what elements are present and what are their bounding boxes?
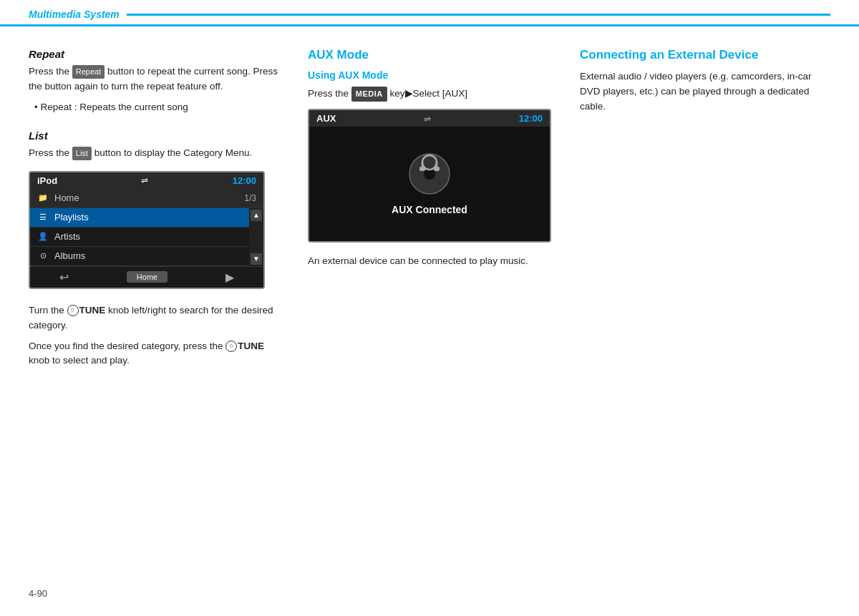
svg-rect-5 [419,167,425,171]
ipod-playlists-row[interactable]: ☰ Playlists [30,208,263,228]
page-header: Multimedia System [0,0,859,26]
back-icon[interactable]: ↩ [59,270,69,284]
aux-heading: AUX Mode [308,48,558,62]
aux-usb-icon: ⇌ [424,114,431,124]
playlists-icon: ☰ [37,212,49,223]
tune-text-1: Turn the ○TUNE knob left/right to search… [29,303,286,333]
ipod-screen: iPod ⇌ 12:00 📁 Home 1/3 ☰ Playlists [29,171,265,289]
ipod-home-count: 1/3 [244,193,256,203]
mid-column: AUX Mode Using AUX Mode Press the MEDIA … [308,48,580,374]
page-number: 4-90 [29,588,47,599]
tune-knob-icon-2: ○ [225,341,237,352]
aux-press-text: Press the [308,88,349,99]
ipod-artists-label: Artists [54,231,242,242]
list-paragraph: Press the List button to display the Cat… [29,146,286,161]
ipod-artists-row[interactable]: 👤 Artists [30,228,263,247]
repeat-heading: Repeat [29,48,286,60]
media-button-label: MEDIA [351,87,387,102]
scroll-down-arrow[interactable]: ▼ [251,253,262,265]
using-aux-heading: Using AUX Mode [308,69,558,81]
ipod-albums-row[interactable]: ⊙ Albums [30,247,263,266]
aux-connected-area: AUX Connected [309,127,550,241]
right-column: Connecting an External Device External a… [580,48,830,374]
repeat-button-label: Repeat [72,65,105,79]
artists-icon: 👤 [37,231,49,243]
ipod-usb-icon: ⇌ [141,175,148,185]
ipod-home-row[interactable]: 📁 Home 1/3 [30,189,263,208]
main-content: Repeat Press the Repeat button to repeat… [0,26,859,388]
ipod-home-btn[interactable]: Home [127,271,168,283]
ipod-albums-label: Albums [54,250,242,261]
aux-press-paragraph: Press the MEDIA key▶Select [AUX] [308,87,558,102]
ipod-home-label: Home [54,192,244,203]
connect-text: External audio / video players (e.g. cam… [580,69,830,114]
aux-label: AUX [316,113,336,124]
repeat-text1: Press the [29,66,69,77]
ipod-time: 12:00 [233,175,256,186]
ipod-list: ☰ Playlists 👤 Artists ⊙ Albums [30,208,263,266]
aux-screen: AUX ⇌ 12:00 [308,109,551,243]
tune-knob-icon: ○ [67,305,79,316]
tune-text-2: Once you find the desired category, pres… [29,339,286,369]
list-heading: List [29,129,286,142]
left-column: Repeat Press the Repeat button to repeat… [29,48,308,374]
list-text1: Press the [29,147,69,158]
list-section: List Press the List button to display th… [29,129,286,289]
folder-icon: 📁 [37,192,49,204]
aux-key-text: key▶Select [AUX] [390,88,468,99]
albums-icon: ⊙ [37,250,49,262]
repeat-bullet: • Repeat : Repeats the current song [34,100,286,115]
aux-time: 12:00 [519,113,543,124]
repeat-paragraph: Press the Repeat button to repeat the cu… [29,64,286,94]
list-button-label: List [72,147,92,160]
svg-rect-6 [434,167,440,171]
scroll-up-arrow[interactable]: ▲ [251,210,262,221]
ipod-bottombar: ↩ Home ▶ [30,266,263,288]
list-text2: button to display the Category Menu. [94,147,253,158]
aux-bottom-text: An external device can be connected to p… [308,254,558,269]
connect-heading: Connecting an External Device [580,48,830,62]
ipod-playlists-label: Playlists [54,212,242,223]
aux-disc-icon [408,152,451,195]
ipod-title: iPod [37,175,57,186]
header-divider [127,14,830,16]
header-title: Multimedia System [29,9,120,20]
aux-connected-text: AUX Connected [392,204,467,215]
repeat-section: Repeat Press the Repeat button to repeat… [29,48,286,115]
ipod-scrollbar: ▲ ▼ [249,208,263,266]
aux-topbar: AUX ⇌ 12:00 [309,110,550,127]
forward-icon[interactable]: ▶ [225,270,234,284]
ipod-topbar: iPod ⇌ 12:00 [30,172,263,189]
